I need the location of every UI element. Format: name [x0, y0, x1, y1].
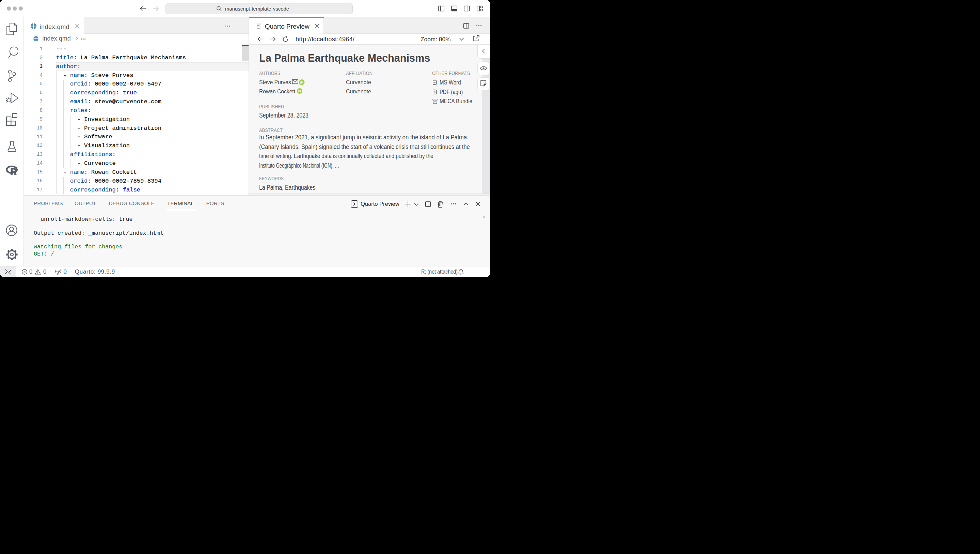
svg-text:iD: iD	[300, 80, 303, 84]
svg-text:iD: iD	[298, 89, 301, 93]
svg-text:w: w	[433, 81, 436, 84]
